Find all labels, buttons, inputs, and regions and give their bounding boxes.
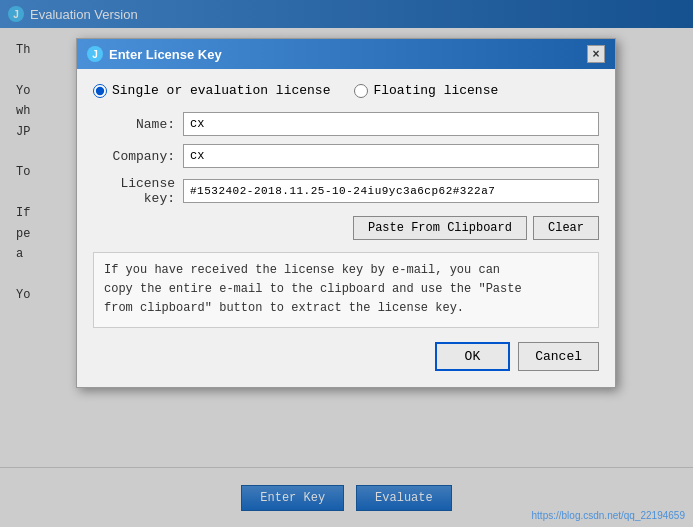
license-key-row: License key: xyxy=(93,176,599,206)
dialog-title: Enter License Key xyxy=(109,47,222,62)
floating-license-label: Floating license xyxy=(373,83,498,98)
ok-cancel-row: OK Cancel xyxy=(93,342,599,371)
info-text-box: If you have received the license key by … xyxy=(93,252,599,328)
license-key-label: License key: xyxy=(93,176,183,206)
paste-from-clipboard-button[interactable]: Paste From Clipboard xyxy=(353,216,527,240)
ok-button[interactable]: OK xyxy=(435,342,511,371)
dialog-body: Single or evaluation license Floating li… xyxy=(77,69,615,387)
dialog-titlebar: J Enter License Key × xyxy=(77,39,615,69)
license-dialog: J Enter License Key × Single or evaluati… xyxy=(76,38,616,388)
name-label: Name: xyxy=(93,117,183,132)
name-input[interactable] xyxy=(183,112,599,136)
license-type-row: Single or evaluation license Floating li… xyxy=(93,83,599,98)
single-license-option[interactable]: Single or evaluation license xyxy=(93,83,330,98)
single-license-radio[interactable] xyxy=(93,84,107,98)
floating-license-radio[interactable] xyxy=(354,84,368,98)
clipboard-btn-row: Paste From Clipboard Clear xyxy=(183,216,599,240)
company-input[interactable] xyxy=(183,144,599,168)
company-row: Company: xyxy=(93,144,599,168)
dialog-title-area: J Enter License Key xyxy=(87,46,222,62)
clear-button[interactable]: Clear xyxy=(533,216,599,240)
close-button[interactable]: × xyxy=(587,45,605,63)
watermark: https://blog.csdn.net/qq_22194659 xyxy=(532,510,685,521)
name-row: Name: xyxy=(93,112,599,136)
modal-overlay: J Enter License Key × Single or evaluati… xyxy=(0,0,693,527)
license-key-input[interactable] xyxy=(183,179,599,203)
dialog-app-icon: J xyxy=(87,46,103,62)
info-text-content: If you have received the license key by … xyxy=(104,263,522,315)
company-label: Company: xyxy=(93,149,183,164)
floating-license-option[interactable]: Floating license xyxy=(354,83,498,98)
cancel-button[interactable]: Cancel xyxy=(518,342,599,371)
single-license-label: Single or evaluation license xyxy=(112,83,330,98)
